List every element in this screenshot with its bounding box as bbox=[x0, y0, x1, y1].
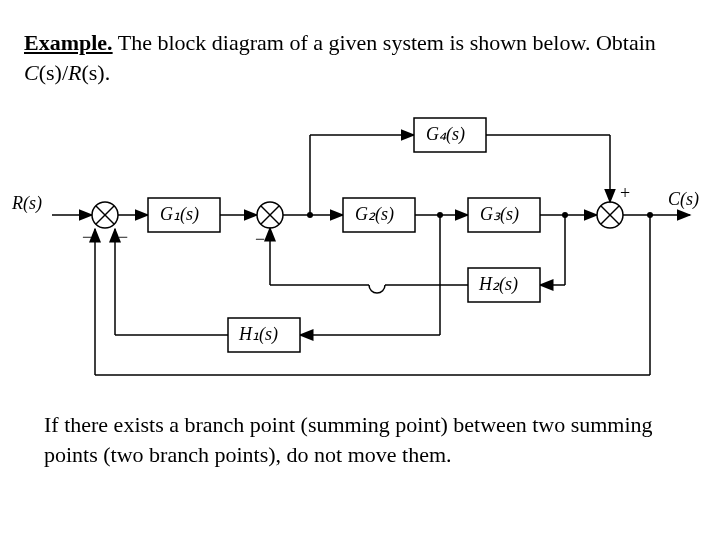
footer-note: If there exists a branch point (summing … bbox=[44, 410, 674, 469]
tf-c-arg: (s) bbox=[39, 60, 62, 85]
example-label: Example. bbox=[24, 30, 113, 55]
sj2-minus: − bbox=[255, 229, 265, 249]
input-label: R(s) bbox=[11, 193, 42, 214]
sj3-plus: + bbox=[620, 183, 630, 203]
output-label: C(s) bbox=[668, 189, 699, 210]
sj1-minus-h1: − bbox=[118, 227, 128, 247]
g4-label: G₄(s) bbox=[426, 124, 465, 145]
tf-r-arg: (s) bbox=[81, 60, 104, 85]
h1-label: H₁(s) bbox=[238, 324, 278, 345]
block-diagram: R(s) − − G₁(s) − G₂(s) G₃(s) + C(s) G₄(s… bbox=[0, 105, 720, 395]
g2-label: G₂(s) bbox=[355, 204, 394, 225]
g3-label: G₃(s) bbox=[480, 204, 519, 225]
tf-r: R bbox=[68, 60, 81, 85]
period: . bbox=[105, 60, 111, 85]
g1-label: G₁(s) bbox=[160, 204, 199, 225]
sj1-minus-outer: − bbox=[82, 227, 92, 247]
intro-text: The block diagram of a given system is s… bbox=[113, 30, 656, 55]
tf-c: C bbox=[24, 60, 39, 85]
h2-label: H₂(s) bbox=[478, 274, 518, 295]
problem-statement: Example. The block diagram of a given sy… bbox=[24, 28, 664, 87]
